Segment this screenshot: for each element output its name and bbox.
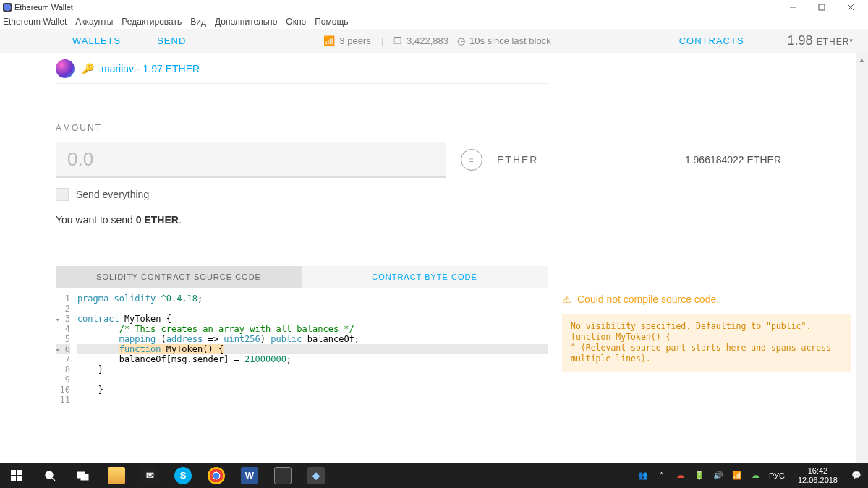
app-logo-icon xyxy=(3,3,12,12)
send-everything-checkbox[interactable] xyxy=(56,188,69,201)
tray-time: 16:42 xyxy=(798,466,838,476)
send-summary: You want to send 0 ETHER. xyxy=(56,214,868,226)
send-summary-prefix: You want to send xyxy=(56,214,136,226)
windows-taskbar: ✉ S W ◆ 👥 ˄ ☁ 🔋 🔊 📶 ☁ РУС 16:42 12.06.20… xyxy=(0,463,868,488)
peers-count: 3 peers xyxy=(339,35,370,46)
tray-wifi-icon[interactable]: 📶 xyxy=(731,470,743,481)
compile-error-body: No visibility specified. Defaulting to "… xyxy=(562,314,851,372)
minimize-button[interactable] xyxy=(778,0,807,14)
menu-help[interactable]: Помощь xyxy=(315,17,348,27)
warning-icon: ⚠ xyxy=(562,294,571,305)
account-avatar-icon xyxy=(56,59,75,78)
search-button[interactable] xyxy=(33,463,67,488)
maximize-button[interactable] xyxy=(807,0,836,14)
taskbar-cmd[interactable] xyxy=(266,463,299,488)
available-balance: 1.966184022 ETHER xyxy=(685,154,781,166)
svg-rect-4 xyxy=(11,470,16,475)
tray-battery-icon[interactable]: 🔋 xyxy=(694,470,705,481)
code-gutter: 12▾ 345▾ 67891011 xyxy=(56,294,77,405)
task-view-button[interactable] xyxy=(67,463,100,488)
taskbar-word[interactable]: W xyxy=(233,463,266,488)
page-content: 🔑 mariiav - 1.97 ETHER AMOUNT ≡ ETHER 1.… xyxy=(0,53,868,463)
top-nav: WALLETS SEND 📶 3 peers | ❒ 3,422,883 ◷ 1… xyxy=(0,29,868,53)
svg-rect-1 xyxy=(819,4,825,10)
tab-source-code[interactable]: SOLIDITY CONTRACT SOURCE CODE xyxy=(56,266,302,288)
compile-error-line3: ^ (Relevant source part starts here and … xyxy=(571,343,843,364)
send-everything-label: Send everything xyxy=(76,189,149,200)
nav-send[interactable]: SEND xyxy=(157,35,186,46)
clock-icon: ◷ xyxy=(457,35,465,46)
send-summary-suffix: . xyxy=(179,214,182,226)
send-summary-amount: 0 ETHER xyxy=(136,214,179,226)
taskbar-chrome[interactable] xyxy=(200,463,233,488)
start-button[interactable] xyxy=(0,463,33,488)
taskbar-mail[interactable]: ✉ xyxy=(133,463,166,488)
header-balance-unit: ETHER* xyxy=(817,37,854,47)
svg-rect-5 xyxy=(17,470,22,475)
taskbar-ethereum[interactable]: ◆ xyxy=(299,463,333,488)
menu-app[interactable]: Ethereum Wallet xyxy=(3,17,67,27)
tray-language[interactable]: РУС xyxy=(769,471,785,480)
currency-label: ETHER xyxy=(497,154,538,166)
layers-icon: ❒ xyxy=(393,35,402,46)
compile-error-title: Could not compile source code. xyxy=(577,294,719,305)
window-titlebar: Ethereum Wallet xyxy=(0,0,868,14)
taskbar-explorer[interactable] xyxy=(100,463,133,488)
tray-onedrive2-icon[interactable]: ☁ xyxy=(750,470,762,481)
key-icon: 🔑 xyxy=(82,63,94,74)
amount-label: AMOUNT xyxy=(56,123,868,133)
taskbar-skype[interactable]: S xyxy=(166,463,200,488)
tab-byte-code[interactable]: CONTRACT BYTE CODE xyxy=(302,266,548,288)
nav-wallets[interactable]: WALLETS xyxy=(72,35,121,46)
code-lines: pragma solidity ^0.4.18; contract MyToke… xyxy=(77,294,548,405)
header-balance: 1.98 ETHER* xyxy=(788,33,854,48)
signal-icon: 📶 xyxy=(323,35,335,46)
account-name: mariiav - 1.97 ETHER xyxy=(101,63,200,74)
window-title: Ethereum Wallet xyxy=(14,3,73,12)
tray-volume-icon[interactable]: 🔊 xyxy=(712,470,724,481)
compile-error-line2: function MyToken() { xyxy=(571,332,843,343)
code-editor[interactable]: 12▾ 345▾ 67891011 pragma solidity ^0.4.1… xyxy=(56,294,548,405)
currency-icon[interactable]: ≡ xyxy=(461,149,482,171)
vertical-scrollbar[interactable]: ▲ xyxy=(856,53,868,463)
menu-view[interactable]: Вид xyxy=(190,17,206,27)
tray-notifications-icon[interactable]: 💬 xyxy=(851,470,862,481)
amount-input[interactable] xyxy=(67,148,435,171)
menu-bar: Ethereum Wallet Аккаунты Редактировать В… xyxy=(0,14,868,29)
scroll-up-icon[interactable]: ▲ xyxy=(856,53,868,66)
from-account-row[interactable]: 🔑 mariiav - 1.97 ETHER xyxy=(56,53,548,84)
nav-contracts[interactable]: CONTRACTS xyxy=(679,35,744,46)
code-tabs: SOLIDITY CONTRACT SOURCE CODE CONTRACT B… xyxy=(56,266,868,288)
menu-window[interactable]: Окно xyxy=(286,17,306,27)
menu-accounts[interactable]: Аккаунты xyxy=(75,17,113,27)
compile-error-panel: ⚠ Could not compile source code. No visi… xyxy=(562,294,851,405)
amount-input-wrap[interactable] xyxy=(56,142,446,178)
svg-rect-11 xyxy=(81,474,88,480)
menu-advanced[interactable]: Дополнительно xyxy=(215,17,277,27)
menu-edit[interactable]: Редактировать xyxy=(122,17,182,27)
tray-onedrive-icon[interactable]: ☁ xyxy=(675,470,686,481)
tray-date: 12.06.2018 xyxy=(798,476,838,485)
svg-point-8 xyxy=(46,471,53,479)
tray-clock[interactable]: 16:42 12.06.2018 xyxy=(792,466,843,485)
close-button[interactable] xyxy=(836,0,865,14)
header-balance-value: 1.98 xyxy=(788,33,813,48)
block-number: 3,422,883 xyxy=(407,35,448,46)
svg-line-9 xyxy=(52,478,55,481)
svg-rect-6 xyxy=(11,476,16,481)
tray-people-icon[interactable]: 👥 xyxy=(637,470,649,481)
svg-rect-7 xyxy=(17,476,22,481)
since-block: 10s since last block xyxy=(469,35,551,46)
compile-error-line1: No visibility specified. Defaulting to "… xyxy=(571,321,843,332)
tray-overflow-icon[interactable]: ˄ xyxy=(656,470,668,481)
